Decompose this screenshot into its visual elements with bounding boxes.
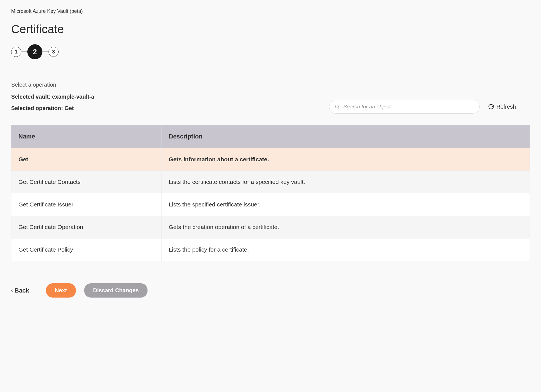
table-cell-description: Lists the policy for a certificate. bbox=[162, 238, 530, 261]
stepper: 1 2 3 bbox=[11, 44, 530, 59]
refresh-icon bbox=[488, 104, 494, 110]
table-row[interactable]: Get Certificate PolicyLists the policy f… bbox=[11, 238, 530, 261]
selected-vault-value: example-vault-a bbox=[52, 94, 94, 100]
step-3[interactable]: 3 bbox=[49, 47, 59, 57]
table-header-description: Description bbox=[162, 125, 530, 148]
refresh-label: Refresh bbox=[496, 104, 516, 110]
svg-point-0 bbox=[335, 105, 339, 108]
footer-buttons: ‹ Back Next Discard Changes bbox=[11, 283, 530, 298]
table-cell-name: Get Certificate Contacts bbox=[11, 171, 162, 193]
instruction-text: Select a operation bbox=[11, 82, 530, 88]
selected-operation-value: Get bbox=[64, 105, 74, 111]
selected-vault-label: Selected vault: bbox=[11, 94, 50, 100]
svg-line-1 bbox=[338, 108, 339, 108]
selected-operation-label: Selected operation: bbox=[11, 105, 63, 111]
table-header-row: Name Description bbox=[11, 125, 530, 148]
back-button[interactable]: ‹ Back bbox=[11, 287, 29, 294]
table-cell-name: Get Certificate Issuer bbox=[11, 193, 162, 216]
table-cell-name: Get bbox=[11, 148, 162, 171]
chevron-left-icon: ‹ bbox=[11, 288, 13, 293]
table-cell-description: Lists the specified certificate issuer. bbox=[162, 193, 530, 216]
refresh-button[interactable]: Refresh bbox=[488, 104, 516, 110]
table-row[interactable]: Get Certificate ContactsLists the certif… bbox=[11, 171, 530, 193]
step-1[interactable]: 1 bbox=[11, 47, 21, 57]
table-row[interactable]: Get Certificate IssuerLists the specifie… bbox=[11, 193, 530, 216]
table-cell-name: Get Certificate Operation bbox=[11, 216, 162, 238]
table-row[interactable]: Get Certificate OperationGets the creati… bbox=[11, 216, 530, 238]
step-connector bbox=[42, 52, 49, 52]
discard-button[interactable]: Discard Changes bbox=[84, 283, 148, 298]
operations-table: Name Description GetGets information abo… bbox=[11, 125, 530, 261]
table-cell-description: Lists the certificate contacts for a spe… bbox=[162, 171, 530, 193]
table-cell-name: Get Certificate Policy bbox=[11, 238, 162, 261]
selected-vault-info: Selected vault: example-vault-a bbox=[11, 94, 530, 100]
search-icon bbox=[335, 104, 340, 109]
step-2[interactable]: 2 bbox=[27, 44, 42, 59]
page-title: Certificate bbox=[11, 23, 530, 36]
back-label: Back bbox=[15, 287, 29, 294]
breadcrumb-link[interactable]: Microsoft Azure Key Vault (beta) bbox=[11, 8, 83, 14]
next-button[interactable]: Next bbox=[46, 283, 76, 298]
search-input[interactable] bbox=[329, 100, 480, 114]
controls-row: Refresh bbox=[11, 100, 530, 114]
table-cell-description: Gets information about a certificate. bbox=[162, 148, 530, 171]
search-wrapper bbox=[329, 100, 480, 114]
step-connector bbox=[21, 52, 27, 52]
table-row[interactable]: GetGets information about a certificate. bbox=[11, 148, 530, 171]
table-cell-description: Gets the creation operation of a certifi… bbox=[162, 216, 530, 238]
table-header-name: Name bbox=[11, 125, 162, 148]
